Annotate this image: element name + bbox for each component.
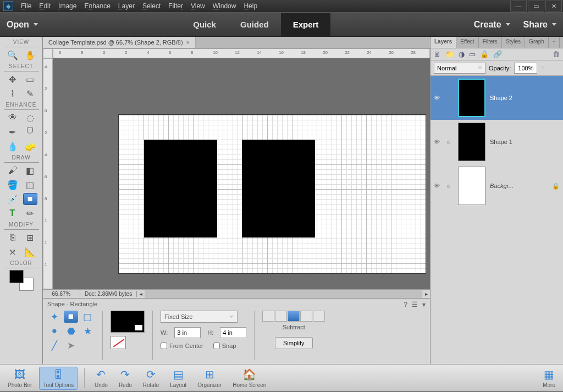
create-dropdown[interactable]: Create — [474, 20, 510, 30]
scroll-left-button[interactable]: ◂ — [137, 291, 145, 297]
panel-menu-icon[interactable]: ☰ — [412, 301, 418, 308]
menu-window[interactable]: Window — [213, 2, 236, 10]
collapse-icon[interactable]: ▾ — [422, 301, 426, 308]
shape-1[interactable] — [144, 140, 217, 238]
panel-tab-layers[interactable]: Layers — [430, 37, 456, 48]
opacity-input[interactable]: 100% — [514, 63, 537, 74]
panel-tab-filters[interactable]: Filters — [479, 37, 502, 48]
color-swatch[interactable] — [9, 270, 34, 291]
panel-tab-effects[interactable]: Effect — [456, 37, 478, 48]
close-icon[interactable]: × — [186, 39, 190, 46]
sponge-tool[interactable]: 🧽 — [23, 140, 37, 152]
blur-tool[interactable]: 💧 — [5, 140, 20, 152]
clone-stamp-tool[interactable]: ⛉ — [23, 126, 37, 138]
menu-filter[interactable]: Filter — [168, 2, 183, 10]
smart-brush-tool[interactable]: ✒ — [5, 126, 20, 138]
shape-polygon[interactable]: ⬣ — [64, 325, 78, 337]
photo-bin-button[interactable]: 🖼Photo Bin — [4, 367, 35, 389]
panel-tab-graphics[interactable]: Graph — [525, 37, 549, 48]
lock-indicator[interactable]: ⎋ — [447, 183, 454, 189]
from-center-checkbox[interactable]: From Center — [161, 343, 203, 349]
eyedropper-tool[interactable]: 💉 — [5, 193, 20, 205]
simplify-button[interactable]: Simplify — [275, 337, 313, 349]
type-tool[interactable]: T — [5, 207, 20, 219]
share-dropdown[interactable]: Share — [523, 20, 556, 30]
layer-name[interactable]: Shape 2 — [490, 95, 560, 101]
menu-image[interactable]: Image — [58, 2, 76, 10]
help-icon[interactable]: ? — [404, 301, 407, 308]
menu-help[interactable]: Help — [244, 2, 257, 10]
layer-thumbnail[interactable] — [458, 123, 485, 161]
visibility-icon[interactable]: 👁 — [434, 95, 443, 101]
open-dropdown[interactable]: Open — [7, 20, 38, 30]
size-mode-dropdown[interactable]: Fixed Size — [161, 311, 238, 323]
panel-tab-styles[interactable]: Styles — [502, 37, 525, 48]
document-tab[interactable]: Collage Template.psd @ 66.7% (Shape 2, R… — [43, 37, 196, 48]
menu-view[interactable]: View — [191, 2, 205, 10]
home-screen-button[interactable]: 🏠Home Screen — [229, 367, 269, 389]
canvas-viewport[interactable] — [53, 58, 430, 289]
layer-item[interactable]: 👁 ⎋ Shape 2 — [430, 76, 563, 120]
snap-checkbox[interactable]: Snap — [213, 343, 236, 349]
more-button[interactable]: ▦More — [539, 367, 559, 389]
eraser-tool[interactable]: ◧ — [23, 164, 37, 176]
tool-options-button[interactable]: 🎛Tool Options — [39, 367, 78, 390]
mode-tab-guided[interactable]: Guided — [228, 13, 281, 36]
new-layer-icon[interactable]: 🗎 — [434, 50, 441, 58]
blend-mode-dropdown[interactable]: Normal — [434, 63, 485, 74]
link-icon[interactable]: 🔗 — [493, 50, 502, 58]
panel-tab-more[interactable]: ·· — [549, 37, 560, 48]
spot-heal-tool[interactable]: ◌ — [23, 112, 37, 124]
pathop-exclude[interactable] — [313, 311, 325, 322]
lock-indicator[interactable]: ⎋ — [447, 95, 454, 101]
fill-preview[interactable] — [111, 311, 145, 333]
layer-item[interactable]: 👁 ⎋ Shape 1 — [430, 120, 563, 164]
visibility-icon[interactable]: 👁 — [434, 183, 443, 189]
minimize-button[interactable]: — — [510, 1, 527, 12]
scroll-right-button[interactable]: ▸ — [422, 291, 430, 297]
mode-tab-quick[interactable]: Quick — [181, 13, 228, 36]
menu-edit[interactable]: Edit — [39, 2, 51, 10]
lasso-tool[interactable]: ⌇ — [5, 87, 20, 100]
pathop-add[interactable] — [275, 311, 287, 322]
shape-custom[interactable]: ✦ — [47, 311, 62, 323]
layout-button[interactable]: ▤Layout — [167, 367, 190, 389]
content-move-tool[interactable]: ⤧ — [5, 246, 20, 258]
redo-button[interactable]: ↷Redo — [115, 367, 135, 389]
horizontal-scrollbar[interactable] — [145, 290, 422, 298]
layer-thumbnail[interactable] — [458, 167, 485, 205]
shape-selection[interactable]: ➤ — [64, 339, 78, 351]
recompose-tool[interactable]: ⊞ — [23, 231, 37, 244]
layer-name[interactable]: Shape 1 — [490, 139, 560, 145]
width-input[interactable] — [174, 327, 201, 338]
layer-thumbnail[interactable] — [458, 79, 485, 117]
mask-icon[interactable]: ▭ — [469, 50, 476, 58]
height-input[interactable] — [220, 327, 246, 338]
menu-file[interactable]: File — [21, 2, 31, 10]
shape-tool[interactable]: ■ — [23, 193, 37, 205]
layer-item[interactable]: 👁 ⎋ Backgr... 🔒 — [430, 164, 563, 208]
stroke-none[interactable] — [111, 336, 126, 349]
shape-rectangle[interactable]: ■ — [64, 311, 78, 323]
brush-tool[interactable]: 🖌 — [5, 164, 20, 176]
menu-select[interactable]: Select — [142, 2, 161, 10]
shape-line[interactable]: ╱ — [47, 339, 62, 351]
undo-button[interactable]: ↶Undo — [91, 367, 111, 389]
zoom-readout[interactable]: 66.67% — [43, 291, 80, 297]
organizer-button[interactable]: ⊞Organizer — [194, 367, 225, 389]
mode-tab-expert[interactable]: Expert — [281, 13, 331, 36]
shape-rounded[interactable]: ▢ — [80, 311, 95, 323]
shape-star[interactable]: ★ — [80, 325, 95, 337]
adjustment-icon[interactable]: ◑ — [459, 50, 465, 58]
crop-tool[interactable]: ⎘ — [5, 231, 20, 244]
maximize-button[interactable]: ▭ — [528, 1, 544, 12]
lock-icon[interactable]: 🔒 — [480, 50, 489, 58]
shape-2[interactable] — [242, 140, 315, 238]
layer-name[interactable]: Backgr... — [490, 183, 548, 189]
move-tool[interactable]: ✥ — [5, 73, 20, 85]
lock-indicator[interactable]: ⎋ — [447, 139, 454, 145]
pathop-intersect[interactable] — [300, 311, 312, 322]
hand-tool[interactable]: ✋ — [23, 49, 37, 61]
foreground-color[interactable] — [9, 270, 24, 283]
visibility-icon[interactable]: 👁 — [434, 139, 443, 145]
